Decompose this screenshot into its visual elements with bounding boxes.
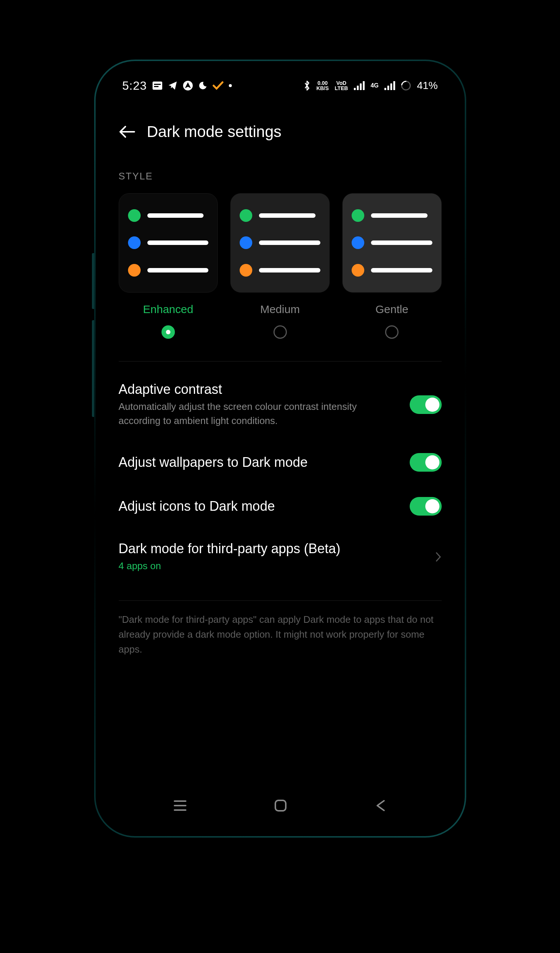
divider xyxy=(119,361,442,362)
volte-bottom: LTEB xyxy=(335,85,348,91)
style-radio-gentle[interactable] xyxy=(385,325,399,339)
status-volte: VoD LTEB xyxy=(335,81,348,91)
status-clock: 5:23 xyxy=(123,79,147,93)
style-radio-medium[interactable] xyxy=(273,325,287,339)
style-label-medium: Medium xyxy=(230,303,330,316)
style-card-enhanced[interactable] xyxy=(119,193,218,293)
moon-icon xyxy=(199,81,207,90)
phone-frame: 5:23 xyxy=(94,60,466,838)
style-card-gentle[interactable] xyxy=(342,193,442,293)
svg-rect-7 xyxy=(275,800,286,811)
android-auto-icon xyxy=(183,81,193,91)
message-icon xyxy=(152,81,163,90)
adjust-icons-toggle[interactable] xyxy=(410,497,442,515)
volume-up-key xyxy=(92,253,94,309)
style-label-gentle: Gentle xyxy=(342,303,442,316)
dot-icon xyxy=(229,84,232,87)
content-area: STYLE xyxy=(100,152,460,787)
net-speed-unit: KB/S xyxy=(316,85,329,91)
style-options-row xyxy=(119,193,442,293)
battery-percentage: 41% xyxy=(417,80,437,92)
style-radio-row xyxy=(119,325,442,339)
svg-rect-1 xyxy=(154,84,161,85)
footnote-text: "Dark mode for third-party apps" can app… xyxy=(119,612,442,657)
style-card-medium[interactable] xyxy=(230,193,330,293)
svg-rect-0 xyxy=(152,82,162,90)
status-net-speed: 0.00 KB/S xyxy=(316,81,329,91)
net-gen-label: 4G xyxy=(371,83,379,88)
check-icon xyxy=(213,81,223,90)
svg-rect-2 xyxy=(154,86,158,87)
chevron-right-icon xyxy=(435,551,442,562)
battery-ring-icon xyxy=(399,79,413,93)
setting-title: Dark mode for third-party apps (Beta) xyxy=(119,541,426,557)
signal-bars-2 xyxy=(385,81,395,90)
divider xyxy=(119,601,442,601)
adjust-wallpapers-toggle[interactable] xyxy=(410,453,442,472)
nav-back-button[interactable] xyxy=(374,799,387,812)
volte-top: VoD xyxy=(337,81,346,85)
style-label-enhanced: Enhanced xyxy=(119,303,218,316)
screen: 5:23 xyxy=(100,65,460,832)
setting-subtitle: Automatically adjust the screen colour c… xyxy=(119,399,401,428)
volume-down-key xyxy=(92,320,94,417)
nav-home-button[interactable] xyxy=(274,799,287,812)
setting-title: Adaptive contrast xyxy=(119,382,401,397)
net-speed-value: 0.00 xyxy=(317,81,327,85)
setting-title: Adjust icons to Dark mode xyxy=(119,498,401,514)
setting-adjust-wallpapers[interactable]: Adjust wallpapers to Dark mode xyxy=(119,441,442,484)
back-button[interactable] xyxy=(119,125,135,138)
status-bar: 5:23 xyxy=(100,71,460,101)
setting-adaptive-contrast[interactable]: Adaptive contrast Automatically adjust t… xyxy=(119,369,442,441)
signal-bars-1 xyxy=(354,81,365,90)
page-title: Dark mode settings xyxy=(147,123,282,141)
style-section-label: STYLE xyxy=(119,152,442,193)
setting-title: Adjust wallpapers to Dark mode xyxy=(119,455,401,470)
nav-recent-button[interactable] xyxy=(173,799,187,812)
setting-third-party[interactable]: Dark mode for third-party apps (Beta) 4 … xyxy=(119,528,442,585)
style-radio-enhanced[interactable] xyxy=(161,325,175,339)
bluetooth-icon xyxy=(304,81,310,91)
setting-subtitle: 4 apps on xyxy=(119,559,426,573)
header-bar: Dark mode settings xyxy=(100,101,460,152)
navigation-bar xyxy=(100,787,460,832)
telegram-icon xyxy=(168,81,177,90)
status-net-gen: 4G xyxy=(371,83,379,88)
style-labels-row: Enhanced Medium Gentle xyxy=(119,303,442,316)
setting-adjust-icons[interactable]: Adjust icons to Dark mode xyxy=(119,484,442,528)
adaptive-contrast-toggle[interactable] xyxy=(410,395,442,414)
